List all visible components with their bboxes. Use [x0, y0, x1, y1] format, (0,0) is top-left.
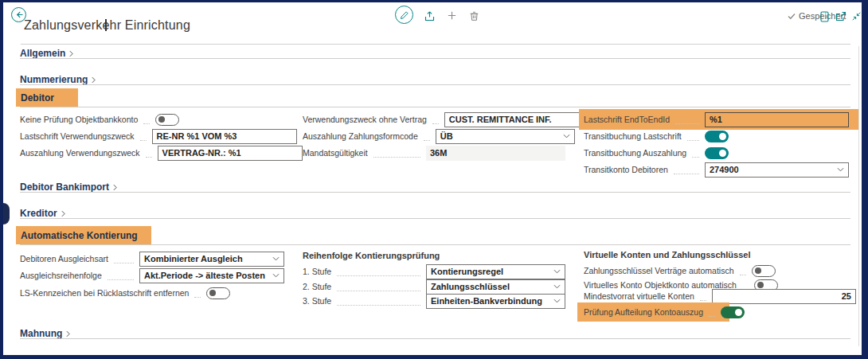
- ausgleichsart-select[interactable]: Kombinierter Ausgleich: [139, 252, 284, 267]
- dotted-leader: [692, 149, 699, 158]
- section-debitor[interactable]: Debitor: [16, 88, 78, 107]
- group-heading-virtuelle: Virtuelle Konten und Zahlungsschlüssel: [584, 250, 750, 259]
- dotted-leader: [114, 255, 134, 263]
- field-label: Transitbuchung Auszahlung: [584, 148, 686, 158]
- field-label: Transitbuchung Lastschrift: [584, 131, 682, 141]
- field-label: Keine Prüfung Objektbankkonto: [20, 115, 138, 124]
- dotted-leader: [709, 308, 715, 317]
- chevron-down-icon: [272, 273, 280, 278]
- back-arrow-icon: [14, 10, 23, 19]
- divider: [20, 192, 850, 193]
- section-mahnung-label: Mahnung: [20, 328, 62, 339]
- pruefung-aufteilung-toggle[interactable]: [721, 306, 745, 318]
- section-kreditor-label: Kreditor: [20, 208, 57, 219]
- section-kreditor[interactable]: Kreditor: [20, 208, 65, 219]
- section-allgemein[interactable]: Allgemein: [20, 48, 73, 59]
- chevron-right-icon: [66, 330, 70, 338]
- scrollbar-track[interactable]: [858, 46, 859, 346]
- select-value: Zahlungsschlüssel: [431, 282, 510, 291]
- edit-button[interactable]: [395, 6, 413, 24]
- share-button[interactable]: [424, 10, 436, 21]
- dotted-leader: [675, 115, 699, 124]
- endtoend-input[interactable]: %1: [705, 112, 849, 127]
- select-value: Einheiten-Bankverbindung: [431, 296, 542, 306]
- field-mandat: Mandatsgültigkeit 36M: [303, 145, 565, 161]
- field-label: Ausgleichsreihenfolge: [20, 271, 102, 280]
- field-label: Verwendungszweck ohne Vertrag: [303, 115, 427, 124]
- chevron-right-icon: [69, 50, 73, 57]
- field-label: Lastschrift Verwendungszweck: [20, 131, 135, 141]
- field-zs-vertraege: Zahlungsschlüssel Verträge automatisch: [584, 263, 849, 279]
- select-value: Kontierungsregel: [431, 267, 503, 276]
- pencil-icon: [400, 10, 409, 20]
- plus-icon: [447, 10, 457, 21]
- title-divider: [21, 44, 850, 45]
- field-stufe1: 1. Stufe Kontierungsregel: [303, 263, 565, 279]
- mindestvorrat-input[interactable]: 25: [712, 289, 856, 304]
- ls-kennzeichen-toggle[interactable]: [206, 287, 230, 299]
- section-mahnung[interactable]: Mahnung: [20, 328, 70, 339]
- divider: [20, 107, 850, 107]
- device-view-button[interactable]: [819, 10, 831, 22]
- field-vz-ohne-vertrag: Verwendungszweck ohne Vertrag CUST. REMI…: [303, 111, 565, 127]
- field-label: Auszahlung Verwendungszweck: [20, 148, 140, 158]
- section-debitor-bankimport[interactable]: Debitor Bankimport: [20, 181, 117, 193]
- section-debitor-label: Debitor: [21, 92, 54, 103]
- dotted-leader: [337, 267, 420, 276]
- select-value: ÜB: [440, 131, 453, 141]
- ausgleichsreihenfolge-select[interactable]: Akt.Periode -> älteste Posten: [139, 268, 284, 283]
- field-label: 3. Stufe: [303, 296, 331, 306]
- zs-vertraege-toggle[interactable]: [752, 265, 776, 277]
- transit-ls-toggle[interactable]: [705, 131, 729, 142]
- group-heading-pruefung: Reihenfolge Kontierungsprüfung: [303, 251, 440, 260]
- dotted-leader: [740, 267, 746, 275]
- lastschrift-vz-input[interactable]: RE-NR %1 VOM %3: [152, 129, 297, 144]
- section-automatische-kontierung-label: Automatische Kontierung: [21, 230, 138, 241]
- add-button[interactable]: [446, 10, 458, 21]
- collapse-button[interactable]: [850, 10, 862, 22]
- stufe3-select[interactable]: Einheiten-Bankverbindung: [426, 294, 565, 309]
- field-endtoend: Lastschrift EndToEndId %1: [584, 111, 849, 127]
- dotted-leader: [337, 283, 420, 291]
- divider: [20, 244, 850, 245]
- share-icon: [424, 10, 436, 21]
- transitkonto-select[interactable]: 274900: [705, 162, 849, 178]
- side-pane-handle[interactable]: [3, 203, 10, 224]
- chevron-down-icon: [563, 134, 570, 139]
- open-in-window-button[interactable]: [835, 10, 846, 22]
- field-stufe3: 3. Stufe Einheiten-Bankverbindung: [303, 293, 565, 309]
- transit-az-toggle[interactable]: [705, 147, 729, 159]
- keine-pruefung-toggle[interactable]: [155, 114, 179, 126]
- stufe2-select[interactable]: Zahlungsschlüssel: [426, 279, 565, 295]
- chevron-right-icon: [113, 184, 117, 191]
- field-transitkonto: Transitkonto Debitoren 274900: [584, 162, 849, 178]
- auszahlung-vz-input[interactable]: VERTRAG-NR.: %1: [158, 146, 303, 161]
- dotted-leader: [373, 149, 420, 158]
- field-label: 2. Stufe: [303, 282, 331, 291]
- stufe1-select[interactable]: Kontierungsregel: [426, 264, 565, 279]
- vz-ohne-vertrag-input[interactable]: CUST. REMITTANCE INF.: [444, 112, 584, 127]
- section-automatische-kontierung[interactable]: Automatische Kontierung: [16, 226, 151, 244]
- chevron-right-icon: [92, 76, 96, 84]
- field-label: Mindestvorrat virtuelle Konten: [584, 291, 694, 301]
- auszahlung-zfc-select[interactable]: ÜB: [436, 129, 575, 144]
- section-nummerierung[interactable]: Nummerierung: [20, 74, 96, 85]
- field-ausgleichsreihenfolge: Ausgleichsreihenfolge Akt.Periode -> ält…: [20, 267, 284, 283]
- page-title: Zahlungsverkehr Einrichtung: [24, 18, 190, 33]
- dotted-leader: [337, 297, 420, 306]
- field-label: Lastschrift EndToEndId: [584, 115, 670, 124]
- divider: [20, 218, 850, 219]
- field-label: Auszahlung Zahlungsformcode: [303, 131, 418, 141]
- section-nummerierung-label: Nummerierung: [20, 74, 88, 85]
- field-mindestvorrat: Mindestvorrat virtuelle Konten 25: [584, 288, 849, 304]
- field-label: Zahlungsschlüssel Verträge automatisch: [584, 266, 734, 275]
- dotted-leader: [194, 289, 201, 298]
- field-auszahlung-zfc: Auszahlung Zahlungsformcode ÜB: [303, 128, 565, 144]
- delete-button[interactable]: [468, 10, 480, 21]
- section-debitor-bankimport-label: Debitor Bankimport: [20, 181, 109, 193]
- chevron-down-icon: [272, 256, 280, 261]
- field-ls-kennzeichen: LS-Kennzeichen bei Rücklastschrift entfe…: [20, 285, 284, 301]
- field-ausgleichsart: Debitoren Ausgleichsart Kombinierter Aus…: [20, 251, 284, 267]
- text-cursor: [105, 19, 107, 31]
- field-stufe2: 2. Stufe Zahlungsschlüssel: [303, 279, 565, 295]
